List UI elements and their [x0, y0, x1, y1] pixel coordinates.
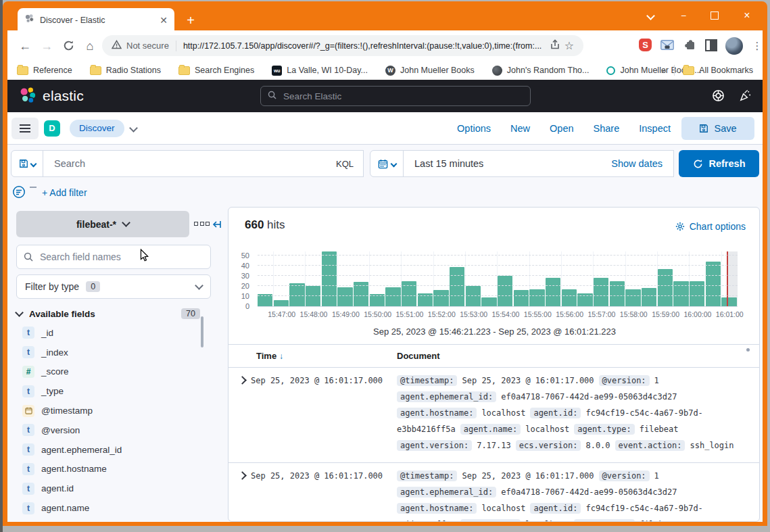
expand-row-icon[interactable]: [238, 376, 247, 385]
field-item[interactable]: t_id: [16, 323, 197, 343]
query-bar[interactable]: KQL: [43, 150, 364, 177]
field-item[interactable]: tagent.id: [16, 479, 197, 498]
field-item[interactable]: tagent.ephemeral_id: [16, 440, 197, 460]
bookmark-item[interactable]: Search Engines: [178, 66, 254, 75]
field-item[interactable]: t@version: [16, 420, 197, 440]
bookmark-item[interactable]: La Valle, WI 10-Day...: [272, 66, 368, 76]
breadcrumb-discover[interactable]: Discover: [70, 120, 124, 137]
chevron-down-icon: [30, 160, 37, 167]
tab-close-icon[interactable]: ✕: [160, 15, 168, 26]
all-bookmarks-button[interactable]: All Bookmarks: [683, 66, 753, 75]
extensions-puzzle-icon[interactable]: [684, 39, 699, 54]
menu-open[interactable]: Open: [550, 123, 573, 134]
bookmark-label: John's Random Tho...: [507, 66, 589, 75]
field-key-chip: @version:: [599, 470, 650, 481]
menu-share[interactable]: Share: [594, 123, 620, 134]
field-item[interactable]: tagent.hostname: [16, 460, 197, 479]
menu-new[interactable]: New: [510, 123, 530, 134]
window-maximize-button[interactable]: [704, 7, 725, 24]
field-search-box[interactable]: [16, 245, 211, 269]
extension-mail-icon[interactable]: [660, 40, 675, 55]
field-item[interactable]: t_index: [16, 343, 197, 362]
field-name: _score: [41, 366, 69, 377]
chevron-down-icon: [195, 281, 203, 290]
collapse-sidebar-icon[interactable]: [212, 219, 222, 233]
window-close-button[interactable]: ×: [737, 7, 757, 24]
refresh-label: Refresh: [709, 158, 746, 169]
side-panel-icon[interactable]: [705, 39, 720, 54]
bookmark-item[interactable]: Reference: [17, 66, 72, 75]
window-frame: [3, 522, 767, 526]
filter-by-type-select[interactable]: Filter by type 0: [16, 274, 211, 299]
row-timestamp: Sep 25, 2023 @ 16:01:17.000: [251, 471, 383, 481]
field-name: @timestamp: [41, 406, 93, 416]
field-settings-dots-icon[interactable]: [194, 222, 210, 226]
bookmark-label: La Valle, WI 10-Day...: [287, 66, 368, 75]
bookmark-item[interactable]: Radio Stations: [90, 66, 161, 75]
field-search-input[interactable]: [39, 251, 203, 263]
field-item[interactable]: t_type: [16, 381, 197, 401]
save-button[interactable]: Save: [681, 117, 754, 140]
home-icon[interactable]: ⌂: [80, 37, 99, 55]
row-document-summary[interactable]: @timestamp:Sep 25, 2023 @ 16:01:17.000@v…: [397, 468, 754, 522]
window-menu-chevron-icon[interactable]: [640, 7, 660, 24]
reload-icon[interactable]: [59, 37, 78, 55]
browser-menu-kebab-icon[interactable]: ⋮: [750, 39, 765, 53]
field-value: Sep 25, 2023 @ 16:01:17.000: [462, 471, 594, 481]
space-avatar[interactable]: D: [44, 120, 60, 137]
field-item[interactable]: @timestamp: [16, 401, 197, 420]
query-input[interactable]: [53, 158, 336, 170]
saved-query-menu-button[interactable]: [11, 150, 43, 177]
window-minimize-button[interactable]: −: [673, 7, 694, 24]
sidebar-scrollbar[interactable]: [201, 316, 203, 347]
document-line: @timestamp:Sep 25, 2023 @ 16:01:17.000@v…: [397, 468, 754, 484]
bookmark-label: John Mueller Books: [400, 66, 475, 75]
extension-s-icon[interactable]: S: [639, 39, 654, 53]
menu-options[interactable]: Options: [457, 123, 491, 134]
field-value: localhost: [525, 520, 569, 522]
chevron-down-icon[interactable]: [129, 124, 138, 132]
newsfeed-party-icon[interactable]: [739, 89, 752, 105]
bookmark-item[interactable]: John's Random Tho...: [492, 66, 589, 76]
refresh-button[interactable]: Refresh: [679, 150, 759, 177]
index-pattern-selector[interactable]: filebeat-*: [16, 211, 189, 237]
expand-row-icon[interactable]: [238, 471, 247, 480]
browser-tab[interactable]: Discover - Elastic ✕: [18, 8, 174, 32]
save-label: Save: [714, 123, 736, 134]
field-item[interactable]: tagent.name: [16, 498, 197, 518]
field-key-chip: agent.id:: [530, 503, 581, 514]
time-range-value[interactable]: Last 15 minutes: [414, 158, 483, 169]
window-frame: [3, 30, 7, 522]
back-icon[interactable]: ←: [16, 37, 34, 55]
query-language-label[interactable]: KQL: [336, 159, 354, 169]
share-icon[interactable]: [550, 39, 560, 53]
global-search-input[interactable]: [282, 91, 523, 102]
search-icon: [268, 90, 276, 102]
document-line: agent.ephemeral_id:ef0a4718-7067-442d-ae…: [397, 484, 754, 500]
bookmarks-overflow-icon[interactable]: »: [661, 66, 666, 76]
filter-functions-icon[interactable]: [12, 185, 26, 201]
time-range-control[interactable]: Last 15 minutes Show dates: [403, 150, 674, 177]
string-field-icon: t: [22, 502, 34, 514]
field-key-chip: agent.ephemeral_id:: [397, 487, 496, 498]
date-picker-menu-button[interactable]: [370, 150, 404, 177]
available-fields-header[interactable]: Available fields 70: [16, 306, 200, 322]
profile-avatar[interactable]: [725, 37, 743, 55]
global-search[interactable]: [260, 86, 531, 106]
url-text[interactable]: http://172.105.7.150/app/discover#/?_g=(…: [183, 41, 542, 51]
bookmark-label: Search Engines: [195, 66, 254, 75]
new-tab-button[interactable]: +: [183, 13, 199, 29]
menu-hamburger-icon[interactable]: [11, 118, 39, 139]
bookmark-item[interactable]: John Mueller Books: [385, 66, 475, 76]
document-table-body: Sep 25, 2023 @ 16:01:17.000@timestamp:Se…: [228, 208, 760, 522]
field-item[interactable]: #_score: [16, 362, 197, 382]
elastic-logo-icon[interactable]: [18, 86, 37, 107]
row-document-summary[interactable]: @timestamp:Sep 25, 2023 @ 16:01:17.000@v…: [397, 372, 754, 454]
help-icon[interactable]: [712, 89, 725, 105]
address-bar[interactable]: Not secure http://172.105.7.150/app/disc…: [102, 35, 583, 56]
bookmark-star-icon[interactable]: ☆: [564, 39, 574, 52]
menu-inspect[interactable]: Inspect: [639, 123, 671, 134]
document-row: Sep 25, 2023 @ 16:01:17.000@timestamp:Se…: [228, 368, 760, 462]
add-filter-link[interactable]: + Add filter: [42, 187, 87, 198]
show-dates-link[interactable]: Show dates: [611, 158, 663, 169]
